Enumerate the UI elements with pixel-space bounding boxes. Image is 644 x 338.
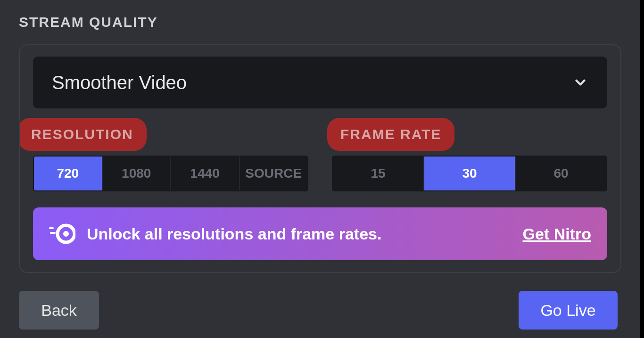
nitro-icon — [49, 223, 75, 244]
framerate-option-15[interactable]: 15 — [333, 157, 424, 190]
svg-point-3 — [63, 231, 69, 237]
modal-footer: Back Go Live — [19, 291, 618, 330]
get-nitro-link[interactable]: Get Nitro — [523, 225, 591, 243]
framerate-label-pill: FRAME RATE — [327, 118, 454, 151]
svg-rect-1 — [50, 232, 56, 234]
chevron-down-icon — [572, 74, 588, 91]
preset-dropdown[interactable]: Smoother Video — [33, 57, 607, 108]
nitro-upsell-banner: Unlock all resolutions and frame rates. … — [33, 207, 607, 260]
back-button[interactable]: Back — [19, 291, 99, 330]
framerate-option-30[interactable]: 30 — [424, 157, 516, 190]
nitro-left: Unlock all resolutions and frame rates. — [49, 223, 381, 244]
nitro-text: Unlock all resolutions and frame rates. — [87, 225, 381, 243]
framerate-segmented-control: 15 30 60 — [332, 156, 607, 191]
resolution-option-1440[interactable]: 1440 — [171, 157, 240, 190]
svg-rect-0 — [49, 227, 54, 229]
framerate-option-60[interactable]: 60 — [516, 157, 606, 190]
section-title: STREAM QUALITY — [19, 14, 621, 30]
go-live-button[interactable]: Go Live — [519, 291, 618, 330]
controls-row: RESOLUTION 720 1080 1440 SOURCE FRAME RA… — [33, 118, 607, 191]
resolution-option-source[interactable]: SOURCE — [240, 157, 308, 190]
preset-selected-label: Smoother Video — [52, 72, 187, 93]
framerate-group: FRAME RATE 15 30 60 — [332, 118, 607, 191]
stream-quality-modal: STREAM QUALITY Smoother Video RESOLUTION… — [0, 0, 644, 338]
resolution-segmented-control: 720 1080 1440 SOURCE — [33, 156, 308, 191]
resolution-option-1080[interactable]: 1080 — [103, 157, 172, 190]
quality-settings-box: Smoother Video RESOLUTION 720 1080 1440 … — [19, 44, 621, 273]
resolution-label-pill: RESOLUTION — [19, 118, 147, 151]
resolution-group: RESOLUTION 720 1080 1440 SOURCE — [33, 118, 308, 191]
resolution-option-720[interactable]: 720 — [34, 157, 103, 190]
